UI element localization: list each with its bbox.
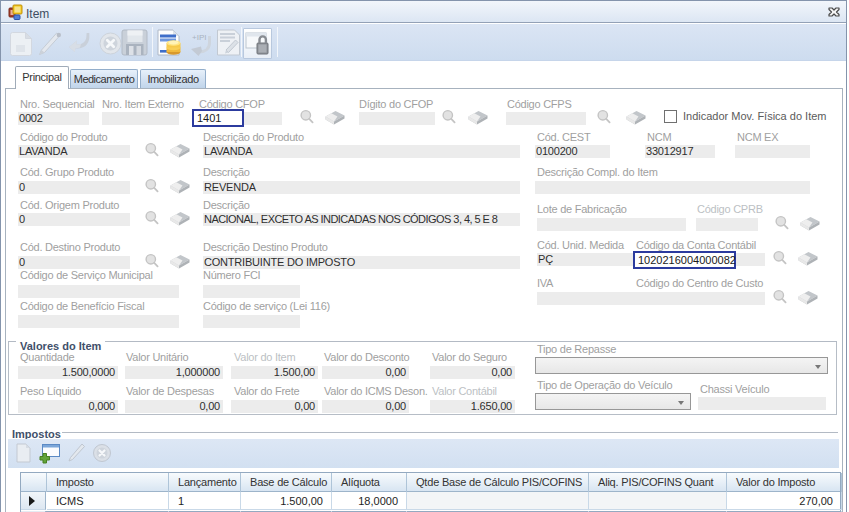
svg-text:+IPI: +IPI [192, 33, 206, 42]
